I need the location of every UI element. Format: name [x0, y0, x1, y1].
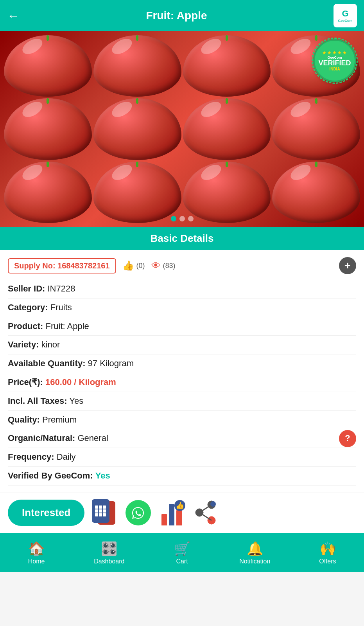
nav-label-dashboard: Dashboard: [94, 558, 124, 565]
logo-letter: G: [342, 9, 348, 19]
like-chart-icon: 👍: [158, 500, 185, 525]
calc-keys: [95, 505, 106, 516]
nav-label-cart: Cart: [176, 558, 188, 565]
calculator-button[interactable]: [91, 499, 118, 527]
header: ← Fruit: Apple G GeeCom: [0, 0, 364, 31]
verified-by-label: Verified By GeeCom:: [8, 471, 93, 480]
views-count: (83): [163, 262, 176, 270]
nav-item-notification[interactable]: 🔔 Notification: [219, 541, 291, 565]
nav-item-offers[interactable]: 🙌 Offers: [291, 541, 364, 565]
apple-cell: [183, 98, 271, 160]
home-icon: 🏠: [28, 541, 45, 556]
quality-row: Quality: Premium: [8, 411, 356, 430]
verified-country: INDIA: [329, 67, 340, 71]
share-icon: [193, 500, 218, 525]
apple-cell: [272, 162, 360, 223]
svg-point-5: [210, 501, 216, 507]
svg-line-3: [199, 505, 212, 513]
category-row: Category: Fruits: [8, 299, 356, 317]
logo-brand: GeeCom: [338, 19, 352, 23]
price-label: Price(₹):: [8, 377, 43, 387]
carousel-dot[interactable]: [179, 216, 185, 221]
section-title: Basic Details: [151, 232, 214, 244]
apple-cell: [93, 98, 181, 160]
frequency-label: Frequency:: [8, 452, 54, 462]
organic-label: Organic/Natural:: [8, 433, 75, 443]
apple-cell: [4, 98, 92, 160]
verified-row: Verified By GeeCom: Yes: [8, 467, 356, 486]
nav-label-offers: Offers: [319, 558, 336, 565]
back-button[interactable]: ←: [7, 9, 20, 23]
thumbs-up-icon: 👍: [122, 260, 134, 271]
calc-key: [99, 509, 102, 513]
share-button[interactable]: [192, 499, 219, 527]
variety-value-text: kinor: [41, 340, 60, 349]
bar-red-mid: [176, 510, 182, 525]
qty-label: Available Quantity:: [8, 358, 85, 368]
category-value-text: Fruits: [50, 302, 72, 312]
svg-line-4: [199, 513, 212, 520]
thumbs-up-overlay-icon: 👍: [174, 500, 185, 511]
nav-label-home: Home: [28, 558, 45, 565]
section-header: Basic Details: [0, 227, 364, 250]
carousel-dot-active[interactable]: [171, 216, 176, 221]
nav-item-cart[interactable]: 🛒 Cart: [145, 541, 218, 565]
product-value-text: Fruit: Apple: [46, 321, 89, 331]
supply-row: Supply No: 168483782161 👍 (0) 👁 (83) +: [8, 257, 356, 274]
calc-key: [95, 505, 98, 509]
seller-id-value-text: IN7228: [48, 284, 75, 293]
qty-value-text: 97 Kilogram: [88, 358, 134, 368]
variety-label: Variety:: [8, 340, 39, 349]
category-label: Category:: [8, 302, 48, 312]
logo: G GeeCom: [334, 4, 357, 27]
product-image-container: ★★★★★ GeeCom VERIFIED INDIA: [0, 31, 364, 227]
apple-cell: [4, 162, 92, 223]
like-button[interactable]: 👍: [158, 499, 185, 527]
tax-row: Incl. All Taxes: Yes: [8, 392, 356, 411]
calc-key: [95, 509, 98, 513]
frequency-value-text: Daily: [57, 452, 76, 462]
variety-row: Variety: kinor: [8, 336, 356, 354]
product-label: Product:: [8, 321, 43, 331]
qty-row: Available Quantity: 97 Kilogram: [8, 354, 356, 373]
calc-front: [92, 499, 109, 523]
interested-button[interactable]: Interested: [8, 500, 84, 526]
page-title: Fruit: Apple: [20, 9, 334, 22]
verified-brand: GeeCom: [327, 56, 342, 59]
apple-cell: [93, 162, 181, 223]
calc-key: [95, 513, 98, 516]
nav-item-home[interactable]: 🏠 Home: [0, 541, 73, 565]
whatsapp-button[interactable]: [124, 499, 152, 527]
seller-id-row: Seller ID: IN7228: [8, 280, 356, 299]
tax-value-text: Yes: [69, 396, 83, 406]
add-button[interactable]: +: [339, 257, 356, 274]
apple-grid: [0, 31, 364, 227]
bottom-navigation: 🏠 Home 🎛️ Dashboard 🛒 Cart 🔔 Notificatio…: [0, 533, 364, 572]
details-content: Supply No: 168483782161 👍 (0) 👁 (83) + S…: [0, 250, 364, 493]
offers-icon: 🙌: [319, 541, 336, 556]
apple-cell: [183, 35, 271, 97]
image-carousel-dots: [171, 216, 194, 221]
tax-label: Incl. All Taxes:: [8, 396, 67, 406]
nav-item-dashboard[interactable]: 🎛️ Dashboard: [73, 541, 145, 565]
likes-count: (0): [136, 262, 145, 270]
bar-red-short: [161, 514, 167, 525]
bar-blue-tall: [169, 504, 174, 525]
carousel-dot[interactable]: [188, 216, 194, 221]
help-button[interactable]: ?: [339, 430, 356, 447]
cart-icon: 🛒: [174, 541, 190, 556]
views-stat: 👁 (83): [151, 260, 176, 271]
dashboard-icon: 🎛️: [101, 541, 117, 556]
verified-text: VERIFIED: [318, 59, 351, 67]
organic-value-text: General: [78, 433, 108, 443]
verified-stars: ★★★★★: [322, 50, 348, 56]
apple-cell: [183, 162, 271, 223]
nav-label-notification: Notification: [239, 558, 270, 565]
eye-icon: 👁: [151, 260, 161, 271]
frequency-row: Frequency: Daily: [8, 448, 356, 467]
quality-value-text: Premium: [42, 415, 77, 425]
price-row: Price(₹): 160.00 / Kilogram: [8, 373, 356, 392]
calc-key: [103, 509, 106, 513]
whatsapp-icon: [126, 500, 151, 525]
calculator-icon: [92, 499, 117, 527]
